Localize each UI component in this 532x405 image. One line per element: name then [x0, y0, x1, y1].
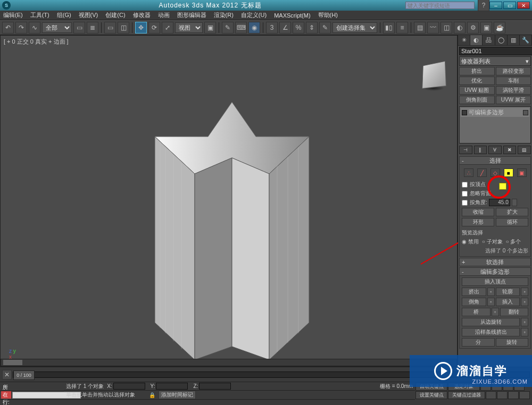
menu-group[interactable]: 组(G)	[57, 11, 71, 19]
subobj-element-icon[interactable]: ▣	[517, 168, 527, 177]
menu-modifiers[interactable]: 修改器	[133, 11, 151, 19]
render-frame-button[interactable]: ▣	[480, 22, 492, 33]
subobj-border-icon[interactable]: ◇	[491, 168, 500, 177]
schematic-button[interactable]: ◫	[440, 22, 452, 33]
ref-coord-select[interactable]: 视图	[175, 22, 203, 33]
rollout-selection-header[interactable]: 选择	[459, 156, 531, 165]
menu-render[interactable]: 渲染(R)	[214, 11, 234, 19]
pivot-button[interactable]: ▣	[204, 22, 216, 33]
pin-stack-icon[interactable]: ⊣	[459, 146, 472, 154]
viewport-h-scroll[interactable]	[1, 359, 457, 366]
snap-3-button[interactable]: 3	[266, 22, 278, 33]
layer-button[interactable]: ▤	[414, 22, 426, 33]
tab-motion[interactable]: ◯	[495, 35, 508, 45]
subobj-vertex-icon[interactable]: ∴	[464, 168, 473, 177]
close-button[interactable]: ✕	[517, 2, 530, 9]
modifier-list-dropdown[interactable]: 修改器列表▾	[459, 56, 531, 66]
edit-named-sel[interactable]: ✎	[319, 22, 331, 33]
stack-toggle-icon[interactable]	[462, 110, 467, 115]
viewport[interactable]: [ + 0 正交 0 真实 + 边面 ]	[0, 35, 458, 367]
stack-item-editable-poly[interactable]: 可编辑多边形	[461, 108, 529, 117]
preview-off-radio[interactable]: ◉ 禁用	[462, 238, 479, 246]
menu-animation[interactable]: 动画	[158, 11, 170, 19]
redo-button[interactable]: ↷	[15, 22, 27, 33]
loop-button[interactable]: 循环	[496, 218, 528, 226]
rect-select-button[interactable]: ▭	[104, 22, 116, 33]
restore-button[interactable]: ▭	[503, 2, 516, 9]
menu-edit[interactable]: 编辑(E)	[3, 11, 23, 19]
grow-button[interactable]: 扩大	[496, 208, 528, 216]
inset-button[interactable]: 插入	[496, 298, 520, 306]
select-name-button[interactable]: ≣	[87, 22, 98, 33]
shrink-button[interactable]: 收缩	[462, 208, 494, 216]
mod-pathdeform[interactable]: 路径变形	[496, 67, 531, 75]
extrude-settings-icon[interactable]: ▫	[487, 288, 495, 296]
angle-value[interactable]: 45.0	[489, 199, 510, 206]
curve-editor-button[interactable]: 〰	[427, 22, 439, 33]
menu-graph[interactable]: 图形编辑器	[177, 11, 206, 19]
rollout-softsel-header[interactable]: 软选择	[459, 258, 531, 266]
ignore-backfacing-checkbox[interactable]: 忽略背面	[462, 190, 528, 197]
mod-optimize[interactable]: 优化	[459, 77, 495, 85]
exspline-settings-icon[interactable]: ▫	[521, 328, 528, 336]
menu-maxscript[interactable]: MAXScript(M)	[274, 12, 310, 19]
tab-display[interactable]: ▥	[508, 35, 520, 45]
extrude-button[interactable]: 挤出	[462, 288, 486, 296]
help-search-input[interactable]	[405, 2, 475, 9]
by-vertex-checkbox[interactable]: 按顶点	[462, 181, 528, 188]
outline-settings-icon[interactable]: ▫	[521, 288, 528, 296]
show-end-icon[interactable]: ∥	[474, 146, 487, 154]
nav-max-icon[interactable]	[519, 391, 530, 399]
tab-hierarchy[interactable]: 品	[483, 35, 495, 45]
angle-snap-button[interactable]: ∠	[279, 22, 291, 33]
mod-uvwunwrap[interactable]: UVW 展开	[496, 96, 531, 104]
preview-multi-radio[interactable]: ○ 多个	[506, 238, 521, 246]
tab-utilities[interactable]: 🔧	[520, 35, 532, 45]
outline-button[interactable]: 轮廓	[496, 288, 520, 296]
tab-create[interactable]: ✳	[458, 35, 470, 45]
move-button[interactable]: ✥	[135, 22, 147, 33]
spinner-snap-button[interactable]: ⇕	[306, 22, 318, 33]
rotate-button2[interactable]: 旋转	[496, 338, 529, 347]
render-setup-button[interactable]: ⚙	[467, 22, 479, 33]
mod-bevelprofile[interactable]: 倒角剖面	[459, 96, 495, 104]
render-button[interactable]: ☕	[494, 22, 505, 33]
rollout-editpoly-header[interactable]: 编辑多边形	[459, 267, 531, 276]
scale-button[interactable]: ⤢	[162, 22, 173, 33]
mirror-button[interactable]: ▮▯	[383, 22, 395, 33]
inset-settings-icon[interactable]: ▫	[521, 298, 528, 306]
split-button[interactable]: 分	[462, 338, 495, 347]
angle-spinner[interactable]	[512, 199, 517, 206]
hinge-button[interactable]: 从边旋转	[462, 318, 520, 326]
tab-modify[interactable]: ◐	[470, 35, 483, 45]
menu-tools[interactable]: 工具(T)	[30, 11, 49, 19]
select-object-button[interactable]: ▭	[73, 22, 85, 33]
rotate-button[interactable]: ⟳	[148, 22, 160, 33]
flip-button[interactable]: 翻转	[500, 308, 529, 316]
subobj-polygon-icon[interactable]: ■	[504, 168, 513, 177]
nav-zoom-icon[interactable]	[497, 391, 508, 399]
percent-snap-button[interactable]: %	[293, 22, 304, 33]
bevel-button[interactable]: 倒角	[462, 298, 486, 306]
named-sel-set[interactable]: 创建选择集	[332, 22, 377, 33]
material-editor-button[interactable]: ◐	[454, 22, 466, 33]
snap-toggle[interactable]: ◉	[248, 22, 260, 33]
insert-vertex-button[interactable]: 插入顶点	[462, 277, 528, 286]
remove-mod-icon[interactable]: ✖	[503, 146, 517, 154]
mod-extrude[interactable]: 挤出	[459, 67, 495, 75]
minimize-button[interactable]: –	[489, 2, 502, 9]
nav-pan-icon[interactable]	[486, 391, 496, 399]
menu-views[interactable]: 视图(V)	[79, 11, 98, 19]
make-unique-icon[interactable]: ∀	[488, 146, 502, 154]
mod-lathe[interactable]: 车削	[496, 77, 531, 85]
object-name-input[interactable]	[459, 47, 532, 55]
keymode-button[interactable]: ⌨	[235, 22, 247, 33]
by-angle-checkbox[interactable]: 按角度:	[462, 199, 487, 206]
app-icon[interactable]: S	[2, 1, 11, 10]
config-icon[interactable]: ▤	[518, 146, 531, 154]
link-button[interactable]: ∿	[29, 22, 40, 33]
menu-help[interactable]: 帮助(H)	[318, 11, 338, 19]
menu-customize[interactable]: 自定义(U)	[241, 11, 267, 19]
modifier-stack[interactable]: 可编辑多边形	[459, 106, 531, 144]
bridge-settings-icon[interactable]: ▫	[492, 308, 499, 316]
